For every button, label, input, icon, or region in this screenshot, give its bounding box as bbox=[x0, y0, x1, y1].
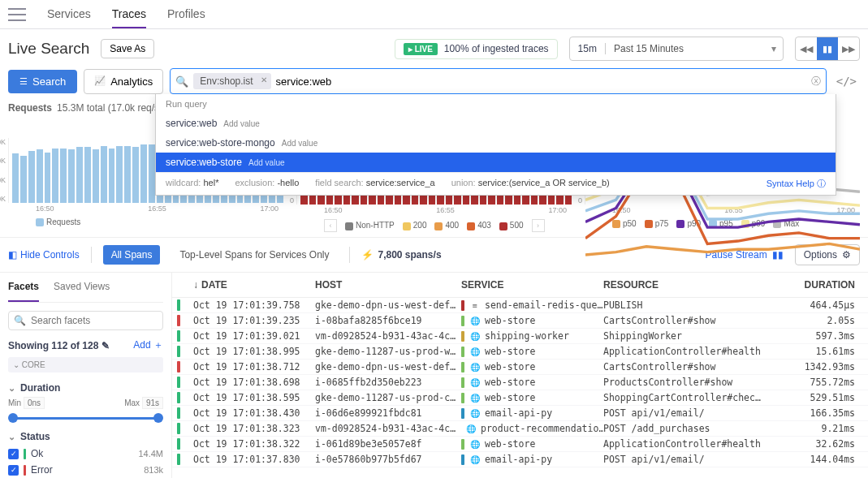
top-level-spans-pill[interactable]: Top-Level Spans for Services Only bbox=[171, 245, 337, 265]
table-row[interactable]: Oct 19 17:01:37.830i-0e57860b977b5fd67🌐e… bbox=[172, 452, 868, 467]
legend-item[interactable]: 200 bbox=[403, 221, 427, 230]
nav-traces[interactable]: Traces bbox=[112, 1, 146, 28]
status-indicator bbox=[177, 454, 180, 465]
top-nav: ServicesTracesProfiles bbox=[0, 0, 868, 29]
cell-host: i-061d89be3e5057e8f bbox=[315, 438, 461, 450]
slider-handle-min[interactable] bbox=[8, 413, 18, 423]
code-icon[interactable]: </> bbox=[833, 75, 860, 88]
cell-service: 🌐email-api-py bbox=[461, 407, 603, 419]
col-date[interactable]: ↓ DATE bbox=[193, 279, 315, 291]
table-row[interactable]: Oct 19 17:01:38.712gke-demo-dpn-us-west-… bbox=[172, 360, 868, 375]
slider-handle-max[interactable] bbox=[153, 413, 163, 423]
dropdown-item[interactable]: service:webAdd value bbox=[156, 114, 836, 133]
table-row[interactable]: Oct 19 17:01:39.235i-08bafa8285f6bce19🌐w… bbox=[172, 313, 868, 329]
nav-profiles[interactable]: Profiles bbox=[167, 1, 205, 28]
rewind-button[interactable]: ◀◀ bbox=[796, 37, 817, 60]
cell-host: vm-d0928524-b931-43ac-4c… bbox=[315, 330, 461, 342]
cell-host: i-0685ffb2d350eb223 bbox=[315, 377, 461, 388]
cell-resource: ShoppingCartController#checkout bbox=[603, 392, 766, 403]
dropdown-item[interactable]: service:web-store-mongoAdd value bbox=[156, 133, 836, 153]
save-as-button[interactable]: Save As bbox=[101, 39, 154, 58]
cell-duration: 166.35ms bbox=[766, 407, 863, 419]
tab-saved-views[interactable]: Saved Views bbox=[54, 273, 110, 302]
table-row[interactable]: Oct 19 17:01:38.595gke-demo-11287-us-pro… bbox=[172, 390, 868, 406]
core-section[interactable]: ⌄ CORE bbox=[8, 357, 163, 372]
cell-duration: 1342.93ms bbox=[766, 361, 863, 372]
sub-header: Live Search Save As LIVE 100% of ingeste… bbox=[0, 29, 868, 68]
search-row: Search Analytics 🔍 Env:shop.ist ⓧ </> Ru… bbox=[0, 68, 868, 94]
env-chip[interactable]: Env:shop.ist bbox=[193, 73, 270, 89]
play-controls: ◀◀ ▮▮ ▶▶ bbox=[795, 37, 860, 61]
service-icon: 🌐 bbox=[469, 362, 480, 372]
table-row[interactable]: Oct 19 17:01:38.698i-0685ffb2d350eb223🌐w… bbox=[172, 375, 868, 390]
cell-resource: POST api/v1/email/ bbox=[603, 407, 766, 419]
hide-controls-link[interactable]: ◧ Hide Controls bbox=[8, 249, 80, 261]
service-icon: 🌐 bbox=[469, 439, 480, 450]
cell-resource: ShippingWorker bbox=[603, 330, 766, 342]
col-host[interactable]: HOST bbox=[315, 279, 461, 291]
facet-header-duration[interactable]: Duration bbox=[8, 379, 163, 397]
legend-next[interactable]: › bbox=[532, 219, 545, 232]
dropdown-item[interactable]: service:web-storeAdd value bbox=[156, 153, 836, 172]
table-row[interactable]: Oct 19 17:01:38.995gke-demo-11287-us-pro… bbox=[172, 344, 868, 360]
status-item-ok[interactable]: ✓Ok14.4M bbox=[8, 446, 163, 462]
service-icon: 🌐 bbox=[469, 331, 480, 342]
status-indicator bbox=[177, 330, 180, 342]
query-box[interactable]: 🔍 Env:shop.ist ⓧ bbox=[170, 68, 826, 94]
cell-service: 🌐email-api-py bbox=[461, 454, 603, 465]
cell-date: Oct 19 17:01:38.995 bbox=[193, 346, 315, 357]
service-icon: 🌐 bbox=[469, 316, 480, 326]
time-chip: 15m bbox=[570, 43, 606, 54]
live-badge: LIVE 100% of ingested traces bbox=[395, 39, 558, 59]
status-indicator bbox=[177, 438, 180, 450]
legend-item[interactable]: 500 bbox=[499, 221, 524, 230]
nav-services[interactable]: Services bbox=[47, 1, 91, 28]
search-button[interactable]: Search bbox=[8, 70, 77, 93]
search-facets-input[interactable]: 🔍 bbox=[8, 311, 163, 330]
syntax-help-link[interactable]: Syntax Help ⓘ bbox=[767, 178, 826, 190]
legend-item[interactable]: 400 bbox=[434, 221, 459, 230]
pause-button[interactable]: ▮▮ bbox=[817, 37, 838, 60]
menu-icon[interactable] bbox=[8, 8, 26, 21]
legend-item[interactable]: 403 bbox=[467, 221, 491, 230]
service-icon: 🌐 bbox=[469, 377, 480, 388]
status-indicator bbox=[177, 361, 180, 372]
cell-resource: CartsController#show bbox=[603, 315, 766, 326]
cell-duration: 2.05s bbox=[766, 315, 863, 326]
cell-host: gke-demo-11287-us-prod-c… bbox=[315, 392, 461, 403]
time-selector[interactable]: 15m Past 15 Minutes ▾ bbox=[569, 37, 784, 61]
table-row[interactable]: Oct 19 17:01:38.323vm-d0928524-b931-43ac… bbox=[172, 421, 868, 437]
clear-icon[interactable]: ⓧ bbox=[811, 75, 821, 88]
page-title: Live Search bbox=[8, 40, 89, 58]
duration-slider[interactable] bbox=[10, 417, 162, 420]
cell-resource: POST /add_purchases bbox=[603, 423, 766, 434]
add-facet-link[interactable]: Add ＋ bbox=[133, 338, 163, 352]
status-item-error[interactable]: ✓Error813k bbox=[8, 462, 163, 478]
cell-host: i-0e57860b977b5fd67 bbox=[315, 454, 461, 465]
status-indicator bbox=[177, 346, 180, 357]
analytics-button[interactable]: Analytics bbox=[84, 69, 163, 94]
dropdown-hints: wildcard: hel*exclusion: -hellofield sea… bbox=[156, 172, 836, 195]
table-row[interactable]: Oct 19 17:01:38.430i-06d6e899921fbdc81🌐e… bbox=[172, 406, 868, 421]
forward-button[interactable]: ▶▶ bbox=[838, 37, 859, 60]
all-spans-pill[interactable]: All Spans bbox=[103, 245, 161, 265]
cell-date: Oct 19 17:01:38.712 bbox=[193, 361, 315, 372]
table-row[interactable]: Oct 19 17:01:38.322i-061d89be3e5057e8f🌐w… bbox=[172, 437, 868, 452]
cell-duration: 597.3ms bbox=[766, 330, 863, 342]
spans-rate: 7,800 spans/s bbox=[361, 249, 442, 261]
query-input[interactable] bbox=[276, 75, 806, 88]
tab-facets[interactable]: Facets bbox=[8, 273, 39, 302]
service-icon: 🌐 bbox=[466, 424, 476, 434]
facet-search-field[interactable] bbox=[31, 315, 158, 326]
legend-item[interactable]: Non-HTTP bbox=[345, 221, 395, 230]
service-icon: 🌐 bbox=[469, 347, 480, 357]
table-row[interactable]: Oct 19 17:01:39.021vm-d0928524-b931-43ac… bbox=[172, 329, 868, 344]
cell-date: Oct 19 17:01:39.021 bbox=[193, 330, 315, 342]
facet-header-status[interactable]: Status bbox=[8, 428, 163, 446]
cell-host: i-08bafa8285f6bce19 bbox=[315, 315, 461, 326]
col-service[interactable]: SERVICE bbox=[461, 279, 603, 291]
legend-item[interactable]: Requests bbox=[36, 217, 80, 226]
legend-prev[interactable]: ‹ bbox=[324, 219, 337, 232]
cell-service: 🌐web-store bbox=[461, 361, 603, 372]
status-indicator bbox=[177, 315, 180, 326]
